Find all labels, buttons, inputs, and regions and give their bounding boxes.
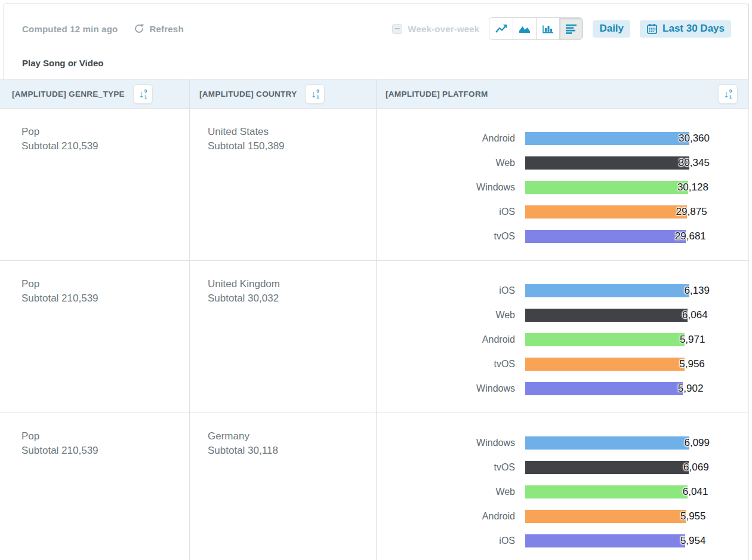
- bar-row: Windows5,902: [377, 382, 748, 395]
- bar-row: Windows30,128: [377, 181, 748, 194]
- country-cell: Germany Subtotal 30,118: [190, 413, 377, 560]
- table-row: Pop Subtotal 210,539 Germany Subtotal 30…: [0, 413, 748, 560]
- column-chart-icon: [541, 23, 554, 34]
- week-over-week-checkbox[interactable]: [392, 24, 402, 34]
- bar-track: 30,128: [525, 181, 689, 194]
- chart-type-area-button[interactable]: [513, 18, 536, 39]
- week-over-week-toggle[interactable]: Week-over-week: [392, 24, 479, 34]
- platform-label: Android: [377, 334, 525, 345]
- bar-track: 6,099: [525, 436, 689, 450]
- bar-row: tvOS5,956: [377, 358, 748, 371]
- event-title: Play Song or Video: [22, 58, 103, 68]
- sort-digits: 9 1: [316, 88, 319, 99]
- chart-type-line-button[interactable]: [489, 18, 513, 39]
- bar[interactable]: 30,360: [525, 132, 689, 145]
- column-header-platform: [AMPLITUDE] PLATFORM ↓ 9 1: [377, 80, 748, 108]
- genre-cell: Pop Subtotal 210,539: [0, 413, 190, 560]
- chart-type-selector: [489, 17, 583, 40]
- bar[interactable]: 5,954: [525, 534, 685, 547]
- bar[interactable]: 5,955: [525, 510, 686, 523]
- bar-track: 5,955: [525, 510, 689, 523]
- platform-bar-chart: Windows6,099tvOS6,069Web6,041Android5,95…: [377, 436, 748, 547]
- event-row: Play Song or Video: [4, 58, 748, 69]
- bar-track: 30,360: [525, 132, 689, 145]
- bar-row: Windows6,099: [377, 436, 748, 450]
- platform-label: iOS: [377, 536, 525, 546]
- line-chart-icon: [495, 23, 508, 34]
- genre-value: Pop: [21, 125, 177, 139]
- chart-type-column-button[interactable]: [536, 18, 559, 39]
- sort-button-genre-type[interactable]: ↓ 9 1: [133, 84, 153, 104]
- bar-row: tvOS29,681: [377, 230, 748, 243]
- column-header-label: [AMPLITUDE] COUNTRY: [199, 90, 297, 99]
- bar-track: 6,139: [525, 284, 689, 297]
- sort-button-platform[interactable]: ↓ 9 1: [718, 84, 738, 104]
- platform-label: Windows: [377, 182, 525, 193]
- sort-button-country[interactable]: ↓ 9 1: [305, 84, 325, 104]
- column-header-genre-type: [AMPLITUDE] GENRE_TYPE ↓ 9 1: [0, 80, 190, 108]
- column-header-label: [AMPLITUDE] GENRE_TYPE: [12, 90, 125, 99]
- bar[interactable]: 6,139: [525, 284, 689, 297]
- bar[interactable]: 29,681: [525, 230, 686, 243]
- column-header-label: [AMPLITUDE] PLATFORM: [386, 90, 488, 99]
- bar-value-label: 6,139: [684, 285, 710, 297]
- country-subtotal: Subtotal 30,118: [208, 444, 364, 458]
- bar-value-label: 30,345: [679, 157, 710, 169]
- area-chart-icon: [518, 23, 531, 34]
- platform-label: Windows: [377, 383, 525, 394]
- bar-track: 29,875: [525, 205, 689, 219]
- bar-row: Android5,971: [377, 333, 748, 346]
- table-header: [AMPLITUDE] GENRE_TYPE ↓ 9 1 [AMPLITUDE]…: [0, 79, 748, 109]
- bar-track: 5,956: [525, 358, 689, 371]
- bar[interactable]: 5,902: [525, 382, 683, 395]
- bar-track: 6,064: [525, 309, 689, 322]
- bar-row: Web6,064: [377, 309, 748, 322]
- bar-row: Web6,041: [377, 485, 748, 499]
- genre-subtotal: Subtotal 210,539: [21, 139, 177, 153]
- platform-cell: Windows6,099tvOS6,069Web6,041Android5,95…: [377, 413, 748, 560]
- bar[interactable]: 6,064: [525, 309, 688, 322]
- dashboard-page: Computed 12 min ago Refresh Week-over-we…: [0, 3, 749, 560]
- bar-track: 5,954: [525, 534, 689, 547]
- bar[interactable]: 30,345: [525, 156, 689, 170]
- bar[interactable]: 5,971: [525, 333, 685, 346]
- bar[interactable]: 5,956: [525, 358, 685, 371]
- bar-track: 6,069: [525, 461, 689, 474]
- computed-timestamp: Computed 12 min ago: [22, 24, 118, 34]
- bar-value-label: 6,064: [682, 309, 708, 321]
- platform-label: Web: [377, 158, 525, 168]
- country-subtotal: Subtotal 150,389: [208, 139, 364, 153]
- toolbar: Computed 12 min ago Refresh Week-over-we…: [4, 17, 748, 40]
- bar[interactable]: 30,128: [525, 181, 688, 194]
- sort-digits: 9 1: [729, 88, 732, 99]
- sort-digits: 9 1: [144, 88, 147, 99]
- bar[interactable]: 29,875: [525, 205, 687, 219]
- calendar-icon: [646, 23, 658, 35]
- chart-type-horizontal-bar-button[interactable]: [559, 18, 583, 39]
- table-body: Pop Subtotal 210,539 United States Subto…: [0, 109, 748, 560]
- bar-value-label: 30,128: [677, 181, 708, 193]
- bar[interactable]: 6,041: [525, 485, 688, 499]
- table-row: Pop Subtotal 210,539 United States Subto…: [0, 109, 748, 261]
- platform-label: iOS: [377, 207, 525, 217]
- date-range-label: Last 30 Days: [662, 23, 725, 35]
- bar-track: 5,971: [525, 333, 689, 346]
- bar[interactable]: 6,069: [525, 461, 689, 474]
- platform-cell: iOS6,139Web6,064Android5,971tvOS5,956Win…: [377, 261, 748, 413]
- bar-value-label: 5,954: [680, 535, 706, 547]
- table-row: Pop Subtotal 210,539 United Kingdom Subt…: [0, 261, 748, 413]
- bar-value-label: 29,681: [675, 230, 706, 242]
- interval-daily-button[interactable]: Daily: [593, 20, 630, 38]
- date-range-button[interactable]: Last 30 Days: [640, 20, 731, 38]
- horizontal-bar-chart-icon: [565, 23, 578, 34]
- refresh-button[interactable]: Refresh: [133, 23, 183, 35]
- bar[interactable]: 6,099: [525, 436, 689, 450]
- bar-row: iOS6,139: [377, 284, 748, 297]
- toolbar-right: Week-over-week: [392, 17, 731, 40]
- bar-track: 5,902: [525, 382, 689, 395]
- country-cell: United States Subtotal 150,389: [190, 109, 377, 260]
- genre-cell: Pop Subtotal 210,539: [0, 261, 190, 413]
- indeterminate-dash-icon: [395, 28, 400, 29]
- bar-value-label: 5,955: [680, 510, 706, 522]
- week-over-week-label: Week-over-week: [408, 24, 479, 34]
